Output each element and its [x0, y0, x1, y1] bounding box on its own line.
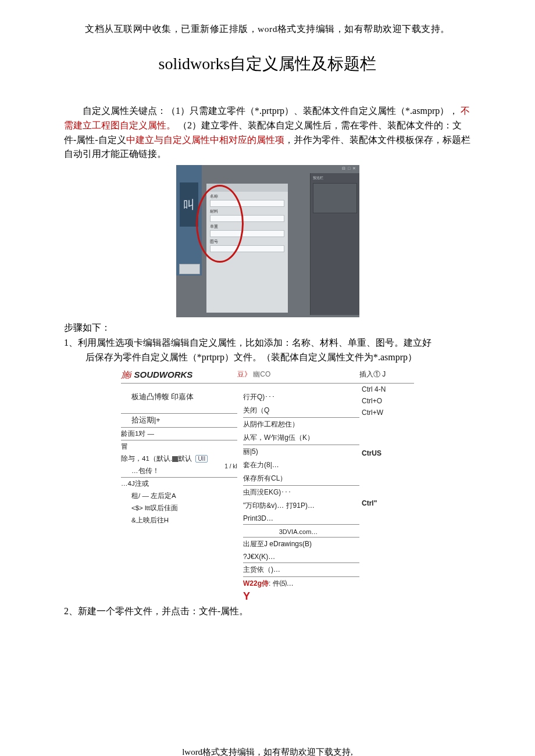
document-page: 文档从互联网中收集，已重新修正排版，word格式支持编辑，如有帮助欢迎下载支持。…: [0, 0, 535, 756]
fig2-l-r3: 龄面1对 —: [121, 428, 237, 440]
fig2-m-m1: 行开Q)･･･: [237, 390, 359, 404]
fig2-l-r10: &上映后往H: [121, 514, 237, 526]
fig2-m-m6: 套在力(8|…: [237, 458, 359, 472]
fig2-l-r1: 板迪凸博蝮 印嘉体: [121, 390, 237, 404]
document-title: solidworks自定义属性及标题栏: [64, 53, 471, 75]
fig2-l-r9: <$> ltt叹后佳面: [121, 502, 237, 514]
step-1: 1、利用属性选项卡编辑器编辑自定义属性，比如添加：名称、材料、单重、图号。建立好…: [64, 336, 471, 365]
fig2-r-r9: Ctrl": [359, 497, 414, 509]
steps-label: 步骤如下：: [64, 322, 471, 334]
fig1-left-strip: 叫: [176, 165, 202, 275]
footer-note: lword格式支持编辑，如有帮助欢迎下载支持,: [64, 747, 471, 756]
fig1-field2-label: 材料: [210, 209, 284, 214]
fig2-l-r2: 拾运期|+: [121, 414, 237, 427]
fig2-l-r8: 租/ — 左后定A: [121, 490, 237, 502]
fig2-l-r4: 冒: [121, 440, 237, 453]
fig2-red-y-mark: Y: [243, 590, 359, 603]
fig2-r-r0: Ctrl 4-N: [359, 384, 414, 395]
fig1-property-panel: 名称 材料 单重 图号: [206, 184, 288, 313]
fig2-topbar: 施i SOUDWORKS 豆》 幽CO 插入① J: [121, 368, 414, 384]
fig2-m-m7: 保存所有CL）: [237, 472, 359, 485]
fig1-field3-input: [210, 230, 284, 237]
fig1-field4-input: [210, 245, 284, 252]
figure-2-wrap: 施i SOUDWORKS 豆》 幽CO 插入① J 板迪凸博蝮 印嘉体 拾运期|…: [64, 368, 471, 603]
step-2: 2、新建一个零件文件，并点击：文件-属性。: [64, 604, 471, 619]
fig2-m-m3: 从阴作工程恕住）: [237, 418, 359, 431]
fig2-m-m8: 虫而没EKG)･･･: [237, 486, 359, 499]
fig1-right-panel: 预览栏: [310, 173, 359, 315]
fig2-l-r7: …4J注或: [121, 478, 237, 490]
fig2-m-m15b: : 件⑸…: [269, 579, 294, 587]
fig2-m-m12: 出屉至J eDrawings(B): [237, 538, 359, 551]
fig1-field1-label: 名称: [210, 194, 284, 199]
fig2-m-m13: ?J€X(K)…: [237, 551, 359, 562]
step-1-line2: 后保存为零件自定义属性（*prtprp）文件。（装配体自定义属性文件为*.asm…: [64, 350, 471, 365]
fig2-m-m4: 从军，W乍湖g伍（K）: [237, 431, 359, 445]
fig2-l-r5b: 默认: [178, 455, 192, 462]
figure-1: ⊟ □ ✕ 叫 名称 材料 单重 图号 预览栏: [176, 165, 359, 317]
step-1-line1: 1、利用属性选项卡编辑器编辑自定义属性，比如添加：名称、材料、单重、图号。建立好: [64, 336, 471, 350]
fig1-left-glyph: 叫: [180, 182, 198, 227]
fig2-mid-dou: 豆》: [237, 370, 251, 378]
fig2-uii2: 1 / kI: [224, 463, 237, 470]
fig2-r-r1: Ctrl+O: [359, 395, 414, 407]
fig2-brand-prefix: 施i: [121, 370, 134, 379]
fig2-uii: UII: [195, 455, 208, 463]
fig2-mid-you: 幽CO: [253, 370, 270, 378]
fig2-brand: 施i SOUDWORKS: [121, 370, 192, 379]
fig2-l-r6: …包传！: [121, 465, 237, 477]
fig1-field3-label: 单重: [210, 224, 284, 230]
fig2-m-m2: 关闭（Q: [237, 404, 359, 417]
fig2-l-r5: 除与，41（默认.默认 UII 1 / kI: [121, 453, 237, 465]
fig1-field4-label: 图号: [210, 239, 284, 245]
fig1-small-button: [179, 264, 200, 274]
window-controls: ⊟ □ ✕: [342, 166, 356, 171]
fig2-m-m10: Print3D…: [237, 513, 359, 524]
fig1-preview-box: [313, 183, 357, 213]
fig2-brand-main: SOUDWORKS: [134, 370, 193, 379]
fig1-field1-input: [210, 200, 284, 207]
fig1-field2-input: [210, 215, 284, 222]
square-icon: [172, 456, 178, 462]
fig1-right-label: 预览栏: [313, 175, 357, 181]
fig2-l-r5a: 除与，41（默认.: [121, 455, 172, 462]
intro-red-2: 中建立与自定义属性中相对应的属性项: [126, 135, 284, 145]
fig2-m-m11: 3DVIA.com…: [237, 525, 359, 537]
fig1-panel-head: [206, 184, 288, 192]
intro-paragraph: 自定义属性关键点：（1）只需建立零件（*.prtprp）、装配体文件自定义属性（…: [64, 104, 471, 162]
figure-1-wrap: ⊟ □ ✕ 叫 名称 材料 单重 图号 预览栏: [64, 165, 471, 317]
fig2-m-m15: W22g侍: 件⑸…: [237, 577, 359, 590]
fig2-r-r2: Ctrl+W: [359, 407, 414, 418]
fig2-m-m9: "万印防&v)… 打91P)…: [237, 499, 359, 513]
step-2-line: 2、新建一个零件文件，并点击：文件-属性。: [64, 604, 471, 619]
fig2-r-r5: CtrUS: [359, 447, 414, 459]
intro-t1: 自定义属性关键点：（1）只需建立零件（*.prtprp）、装配体文件自定义属性（…: [83, 106, 458, 116]
figure-2: 施i SOUDWORKS 豆》 幽CO 插入① J 板迪凸博蝮 印嘉体 拾运期|…: [121, 368, 414, 603]
fig2-m-m14: 主货依（)…: [237, 563, 359, 576]
header-note: 文档从互联网中收集，已重新修正排版，word格式支持编辑，如有帮助欢迎下载支持。: [64, 23, 471, 35]
fig2-m-m15a: W22g侍: [243, 579, 269, 587]
fig2-mid-top: 豆》 幽CO: [237, 370, 270, 378]
fig2-right-top: 插入① J: [359, 370, 386, 378]
fig2-m-m5: 丽|5): [237, 445, 359, 458]
